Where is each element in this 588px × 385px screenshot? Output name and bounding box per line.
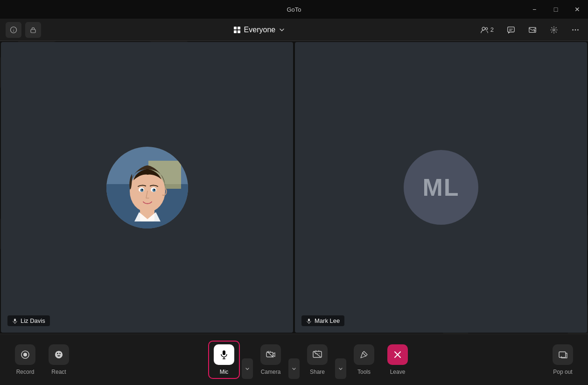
tools-button[interactable]: Tools [348, 341, 380, 379]
leave-button[interactable]: Leave [382, 341, 413, 379]
svg-point-21 [154, 189, 155, 190]
video-area: Liz Davis ML Mark Lee [0, 41, 588, 334]
participant-photo-liz [106, 147, 188, 228]
leave-icon-wrap [387, 344, 408, 365]
share-chevron-button[interactable] [335, 358, 346, 379]
everyone-button[interactable]: Everyone [228, 23, 291, 37]
app-title: GoTo [287, 6, 301, 13]
record-button[interactable]: Record [9, 341, 41, 379]
svg-marker-38 [363, 351, 367, 356]
pop-out-button[interactable]: Pop out [547, 341, 579, 379]
tools-icon [359, 349, 369, 360]
participant-count: 2 [490, 26, 494, 33]
header-left-controls: i [6, 22, 41, 38]
svg-rect-5 [508, 27, 514, 32]
svg-point-10 [577, 29, 579, 30]
bottom-toolbar: Record React [0, 334, 588, 385]
video-panel-mark: ML Mark Lee [295, 42, 587, 333]
window-controls: − □ ✕ [524, 0, 588, 19]
name-tag-mark: Mark Lee [301, 315, 344, 326]
svg-point-20 [141, 189, 143, 190]
camera-icon-wrap [260, 344, 281, 365]
leave-label: Leave [390, 369, 406, 375]
mic-chevron-button[interactable] [242, 358, 253, 379]
tools-label: Tools [357, 369, 371, 375]
record-label: Record [16, 369, 35, 375]
camera-chevron-button[interactable] [288, 358, 300, 379]
pop-out-icon [558, 349, 568, 360]
share-group: Share [301, 341, 346, 379]
close-button[interactable]: ✕ [567, 0, 588, 19]
mark-initials: ML [422, 173, 459, 201]
maximize-button[interactable]: □ [545, 0, 567, 19]
svg-line-37 [314, 352, 321, 357]
svg-rect-24 [308, 319, 310, 321]
more-icon [571, 26, 580, 34]
right-toolbar-group: Pop out [547, 341, 579, 379]
camera-label: Camera [261, 369, 281, 375]
header-right-controls: 2 [477, 24, 582, 36]
mic-icon-liz [12, 318, 18, 324]
share-label: Share [310, 369, 325, 375]
svg-rect-2 [31, 29, 35, 33]
lock-button[interactable] [25, 22, 41, 38]
react-button[interactable]: React [43, 341, 75, 379]
header-center: Everyone [41, 23, 477, 37]
title-bar: GoTo − □ ✕ [0, 0, 588, 19]
mic-icon-wrap [214, 344, 234, 365]
svg-point-27 [23, 353, 27, 356]
svg-rect-22 [14, 319, 16, 321]
share-button[interactable]: Share [301, 341, 333, 379]
svg-point-7 [553, 29, 555, 31]
camera-group: Camera [255, 341, 300, 379]
svg-point-3 [482, 27, 485, 30]
chevron-down-icon [279, 27, 285, 33]
chat-button[interactable] [504, 24, 518, 36]
share-icon [312, 349, 322, 360]
react-label: React [51, 369, 66, 375]
minimize-button[interactable]: − [524, 0, 545, 19]
pop-out-icon-wrap [553, 344, 573, 365]
react-icon-wrap [49, 344, 69, 365]
grid-icon [234, 27, 240, 33]
pop-out-label: Pop out [553, 369, 572, 375]
mic-button[interactable]: Mic [208, 341, 240, 379]
invite-icon [528, 26, 537, 34]
settings-button[interactable] [547, 24, 561, 36]
svg-text:i: i [13, 28, 14, 33]
mic-group: Mic [208, 341, 253, 379]
share-chevron-icon [338, 366, 343, 371]
record-icon [20, 349, 30, 360]
camera-chevron-icon [292, 366, 296, 371]
camera-icon [266, 349, 276, 360]
participants-button[interactable]: 2 [477, 24, 497, 36]
leave-icon [392, 349, 403, 360]
chat-icon [507, 26, 515, 34]
mark-avatar: ML [404, 150, 478, 225]
participants-icon [480, 26, 489, 34]
camera-button[interactable]: Camera [255, 341, 287, 379]
svg-rect-41 [559, 352, 566, 357]
info-button[interactable]: i [6, 22, 21, 38]
invite-button[interactable] [525, 24, 539, 36]
video-panel-liz: Liz Davis [1, 42, 293, 333]
liz-davis-label: Liz Davis [21, 317, 45, 324]
share-icon-wrap [307, 344, 328, 365]
svg-point-4 [485, 28, 488, 30]
record-icon-wrap [15, 344, 35, 365]
left-toolbar-group: Record React [9, 341, 75, 379]
react-icon [54, 349, 64, 360]
settings-icon [550, 26, 558, 34]
video-grid: Liz Davis ML Mark Lee [0, 41, 588, 334]
svg-point-8 [572, 29, 574, 30]
mic-icon [219, 349, 229, 360]
svg-point-9 [575, 29, 576, 30]
name-tag-liz: Liz Davis [7, 315, 50, 326]
svg-rect-28 [223, 350, 225, 355]
mic-icon-mark [306, 318, 312, 324]
mic-chevron-icon [245, 366, 250, 371]
everyone-label: Everyone [244, 26, 276, 34]
tools-icon-wrap [354, 344, 374, 365]
more-button[interactable] [568, 24, 582, 36]
header-toolbar: i Everyone [0, 19, 588, 41]
